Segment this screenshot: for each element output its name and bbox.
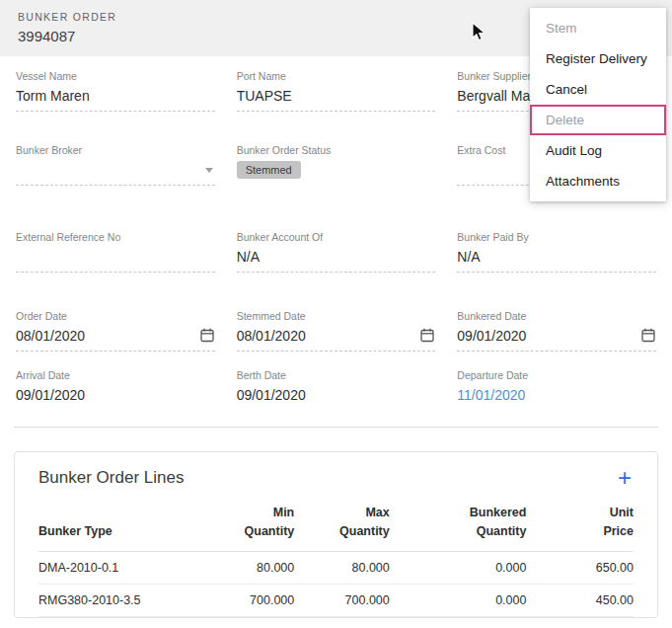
cell-bunkered-quantity[interactable]: 0.000 [390, 551, 527, 584]
departure-date-field: Departure Date 11/01/2020 [457, 369, 656, 405]
cell-bunker-type[interactable]: RMG380-2010-3.5 [38, 584, 199, 616]
order-date-value[interactable]: 08/01/2020 [16, 328, 85, 344]
bunker-account-of-label: Bunker Account Of [237, 231, 436, 243]
order-lines-table: Bunker Type Min Quantity Max Quantity Bu… [38, 498, 634, 617]
form-row-5: Arrival Date 09/01/2020 Berth Date 09/01… [16, 369, 656, 405]
calendar-icon[interactable] [640, 327, 656, 346]
calendar-icon[interactable] [419, 327, 435, 346]
column-header-max-quantity: Max Quantity [294, 498, 389, 551]
column-header-bunkered-quantity: Bunkered Quantity [390, 498, 527, 551]
arrival-date-value: 09/01/2020 [16, 387, 85, 403]
port-name-label: Port Name [237, 70, 436, 82]
order-context-menu: Stem Register Delivery Cancel Delete Aud… [530, 8, 666, 201]
port-name-value[interactable]: TUAPSE [237, 88, 292, 104]
cell-bunkered-quantity[interactable]: 0.000 [390, 584, 527, 616]
bunker-order-lines-card: Bunker Order Lines + Bunker Type Min Qua… [14, 451, 658, 618]
bunkered-date-value[interactable]: 09/01/2020 [457, 328, 526, 344]
external-reference-label: External Reference No [16, 231, 215, 243]
bunkered-date-field[interactable]: Bunkered Date 09/01/2020 [457, 310, 656, 352]
cell-max-quantity[interactable]: 700.000 [294, 584, 389, 616]
bunker-supplier-value[interactable]: Bergvall Ma [457, 88, 530, 104]
status-badge: Stemmed [237, 161, 301, 179]
order-date-label: Order Date [16, 310, 215, 322]
form-row-4: Order Date 08/01/2020 Stemmed Date 08/01… [16, 310, 656, 352]
menu-item-stem: Stem [530, 13, 666, 43]
bunker-account-of-field[interactable]: Bunker Account Of N/A [237, 231, 436, 273]
cell-min-quantity[interactable]: 80.000 [199, 551, 294, 584]
cell-unit-price[interactable]: 450.00 [526, 584, 634, 616]
stemmed-date-value[interactable]: 08/01/2020 [237, 328, 306, 344]
add-line-button[interactable]: + [616, 468, 634, 488]
menu-item-delete[interactable]: Delete [530, 105, 666, 135]
bunker-order-status-label: Bunker Order Status [237, 144, 436, 156]
column-header-unit-price: Unit Price [526, 498, 634, 551]
cell-max-quantity[interactable]: 80.000 [294, 551, 389, 584]
berth-date-field: Berth Date 09/01/2020 [237, 369, 436, 405]
port-name-field[interactable]: Port Name TUAPSE [237, 70, 436, 112]
arrival-date-label: Arrival Date [16, 369, 215, 381]
calendar-icon[interactable] [199, 327, 215, 346]
stemmed-date-field[interactable]: Stemmed Date 08/01/2020 [237, 310, 436, 352]
bunkered-date-label: Bunkered Date [457, 310, 656, 322]
arrival-date-field: Arrival Date 09/01/2020 [16, 369, 215, 405]
bunker-paid-by-field[interactable]: Bunker Paid By N/A [457, 231, 656, 273]
table-row[interactable]: RMG380-2010-3.5 700.000 700.000 0.000 45… [38, 584, 634, 616]
table-header-row: Bunker Type Min Quantity Max Quantity Bu… [38, 498, 634, 551]
departure-date-link[interactable]: 11/01/2020 [457, 387, 525, 403]
vessel-name-label: Vessel Name [16, 70, 215, 82]
berth-date-value: 09/01/2020 [237, 387, 306, 403]
menu-item-attachments[interactable]: Attachments [530, 166, 666, 196]
bunker-paid-by-label: Bunker Paid By [457, 231, 656, 243]
cell-min-quantity[interactable]: 700.000 [199, 584, 294, 616]
menu-item-cancel[interactable]: Cancel [530, 74, 666, 105]
chevron-down-icon[interactable] [205, 168, 213, 173]
bunker-broker-field[interactable]: Bunker Broker [16, 144, 215, 186]
external-reference-field[interactable]: External Reference No [16, 231, 215, 273]
vessel-name-field[interactable]: Vessel Name Torm Maren [16, 70, 215, 112]
column-header-min-quantity: Min Quantity [199, 498, 294, 551]
column-header-bunker-type: Bunker Type [38, 498, 199, 551]
order-date-field[interactable]: Order Date 08/01/2020 [16, 310, 215, 352]
menu-item-audit-log[interactable]: Audit Log [530, 135, 666, 166]
departure-date-label: Departure Date [457, 369, 656, 381]
berth-date-label: Berth Date [237, 369, 436, 381]
bunker-paid-by-value[interactable]: N/A [457, 249, 480, 265]
menu-item-register-delivery[interactable]: Register Delivery [530, 43, 666, 74]
order-lines-title: Bunker Order Lines [38, 468, 184, 488]
form-row-3: External Reference No Bunker Account Of … [16, 231, 656, 273]
vessel-name-value[interactable]: Torm Maren [16, 88, 90, 104]
section-divider [14, 427, 658, 428]
stemmed-date-label: Stemmed Date [237, 310, 436, 322]
bunker-broker-label: Bunker Broker [16, 144, 215, 156]
cell-unit-price[interactable]: 650.00 [526, 551, 634, 584]
bunker-order-status-field: Bunker Order Status Stemmed [237, 144, 436, 186]
table-row[interactable]: DMA-2010-0.1 80.000 80.000 0.000 650.00 [38, 551, 634, 584]
bunker-account-of-value[interactable]: N/A [237, 249, 260, 265]
cell-bunker-type[interactable]: DMA-2010-0.1 [38, 551, 199, 584]
